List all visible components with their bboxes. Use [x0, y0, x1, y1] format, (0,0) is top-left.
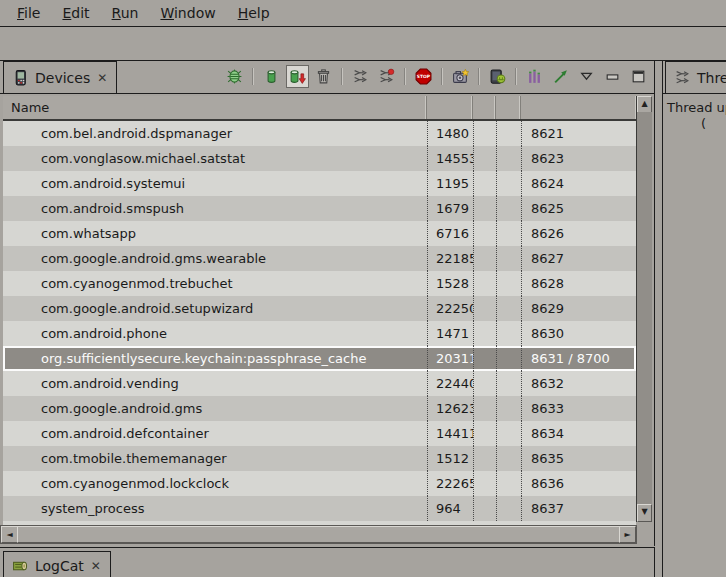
- client-empty-cell: [496, 371, 521, 396]
- devices-view-header: Devices ✕ STOP: [0, 61, 654, 94]
- client-port: 8636: [521, 471, 636, 496]
- client-empty-cell: [496, 221, 521, 246]
- client-name: com.android.smspush: [3, 196, 427, 221]
- update-threads-button[interactable]: [349, 65, 372, 88]
- tab-logcat[interactable]: LogCat ✕: [3, 551, 111, 577]
- client-empty-cell: [473, 221, 496, 246]
- column-header-port[interactable]: [521, 96, 636, 119]
- client-pid: 14553: [427, 146, 473, 171]
- minimize-button[interactable]: [601, 65, 624, 88]
- client-pid: 22265: [427, 471, 473, 496]
- client-name: com.google.android.setupwizard: [3, 296, 427, 321]
- maximize-button[interactable]: [627, 65, 650, 88]
- threads-icon: [674, 69, 691, 86]
- client-empty-cell: [473, 471, 496, 496]
- table-row[interactable]: com.tmobile.thememanager15128635: [3, 446, 636, 471]
- toolbar-separator: [252, 68, 254, 85]
- client-port: 8631 / 8700: [521, 346, 636, 371]
- menu-edit[interactable]: Edit: [51, 2, 100, 24]
- client-empty-cell: [496, 271, 521, 296]
- client-name: com.google.android.gms.wearable: [3, 246, 427, 271]
- client-empty-cell: [473, 346, 496, 371]
- client-port: 8634: [521, 421, 636, 446]
- client-port: 8623: [521, 146, 636, 171]
- tab-devices[interactable]: Devices ✕: [3, 61, 117, 93]
- update-heap-button[interactable]: [260, 65, 283, 88]
- screen-record-button[interactable]: [486, 65, 509, 88]
- client-empty-cell: [496, 246, 521, 271]
- close-icon[interactable]: ✕: [96, 71, 108, 85]
- menu-file[interactable]: File: [6, 2, 51, 24]
- dump-hprof-button[interactable]: [286, 65, 309, 88]
- close-icon[interactable]: ✕: [90, 559, 102, 573]
- client-empty-cell: [496, 471, 521, 496]
- table-row[interactable]: com.android.vending224408632: [3, 371, 636, 396]
- devices-view: Devices ✕ STOP Name com.bel.android.dspm…: [0, 61, 655, 546]
- client-port: 8635: [521, 446, 636, 471]
- sysinfo-button[interactable]: [523, 65, 546, 88]
- table-row-selected[interactable]: org.sufficientlysecure.keychain:passphra…: [3, 346, 636, 371]
- menu-help[interactable]: Help: [227, 2, 281, 24]
- cause-gc-button[interactable]: [312, 65, 335, 88]
- client-name: com.android.defcontainer: [3, 421, 427, 446]
- table-row[interactable]: com.bel.android.dspmanager14808621: [3, 121, 636, 146]
- client-pid: 22440: [427, 371, 473, 396]
- cause-gc-icon: [315, 68, 332, 85]
- debug-attach-button[interactable]: [223, 65, 246, 88]
- screen-capture-button[interactable]: [449, 65, 472, 88]
- table-row[interactable]: com.google.android.gms126238633: [3, 396, 636, 421]
- green-arrow-icon: [552, 68, 569, 85]
- client-empty-cell: [496, 296, 521, 321]
- stop-process-button[interactable]: STOP: [412, 65, 435, 88]
- vertical-scrollbar[interactable]: ▲ ▼: [636, 96, 652, 522]
- table-row[interactable]: com.android.defcontainer144118634: [3, 421, 636, 446]
- tab-threads[interactable]: Threads: [665, 61, 726, 93]
- table-row[interactable]: system_process9648637: [3, 496, 636, 521]
- green-arrow-button[interactable]: [549, 65, 572, 88]
- menu-run[interactable]: Run: [101, 2, 150, 24]
- minimize-icon: [604, 68, 621, 85]
- table-row[interactable]: com.android.systemui11958624: [3, 171, 636, 196]
- table-row[interactable]: com.android.smspush16798625: [3, 196, 636, 221]
- vertical-scroll-thumb[interactable]: [637, 112, 652, 506]
- client-port: 8633: [521, 396, 636, 421]
- client-port: 8624: [521, 171, 636, 196]
- client-empty-cell: [473, 421, 496, 446]
- client-pid: 14411: [427, 421, 473, 446]
- toolbar-separator: [515, 68, 517, 85]
- table-row[interactable]: com.google.android.setupwizard222508629: [3, 296, 636, 321]
- vertical-sash[interactable]: [655, 61, 662, 577]
- client-port: 8628: [521, 271, 636, 296]
- client-name: system_process: [3, 496, 427, 521]
- menu-bar: FileEditRunWindowHelp: [0, 0, 726, 27]
- column-header-name[interactable]: Name: [3, 96, 427, 119]
- scroll-left-button[interactable]: ◄: [1, 526, 18, 543]
- table-row[interactable]: com.google.android.gms.wearable221858627: [3, 246, 636, 271]
- tab-threads-label: Threads: [697, 70, 726, 86]
- column-header-empty1[interactable]: [473, 96, 496, 119]
- client-name: com.google.android.gms: [3, 396, 427, 421]
- client-name: com.android.phone: [3, 321, 427, 346]
- client-name: org.sufficientlysecure.keychain:passphra…: [3, 346, 427, 371]
- horizontal-scrollbar[interactable]: ◄ ►: [0, 525, 637, 544]
- debug-attach-icon: [226, 68, 243, 85]
- main-toolbar-empty: [0, 27, 726, 61]
- method-profiling-icon: [378, 68, 395, 85]
- column-header-pid[interactable]: [427, 96, 473, 119]
- client-pid: 22185: [427, 246, 473, 271]
- scroll-right-button[interactable]: ►: [619, 526, 636, 543]
- view-menu-button[interactable]: [575, 65, 598, 88]
- update-heap-icon: [263, 68, 280, 85]
- table-row[interactable]: com.whatsapp67168626: [3, 221, 636, 246]
- column-header-empty2[interactable]: [496, 96, 521, 119]
- table-row[interactable]: com.cyanogenmod.trebuchet15288628: [3, 271, 636, 296]
- menu-window[interactable]: Window: [149, 2, 226, 24]
- table-row[interactable]: com.vonglasow.michael.satstat145538623: [3, 146, 636, 171]
- client-port: 8632: [521, 371, 636, 396]
- horizontal-scroll-thumb[interactable]: [17, 526, 620, 543]
- table-row[interactable]: com.android.phone14718630: [3, 321, 636, 346]
- scroll-down-button[interactable]: ▼: [637, 504, 652, 522]
- update-threads-icon: [352, 68, 369, 85]
- table-row[interactable]: com.cyanogenmod.lockclock222658636: [3, 471, 636, 496]
- method-profiling-button[interactable]: [375, 65, 398, 88]
